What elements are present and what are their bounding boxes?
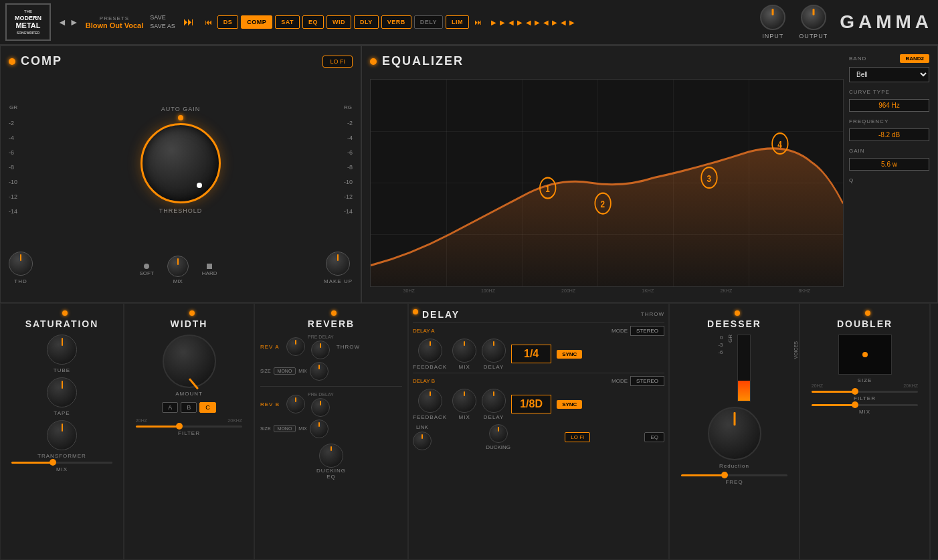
doubler-mix-slider[interactable] xyxy=(812,404,918,406)
sync-b-btn[interactable]: SYNC xyxy=(557,400,582,409)
reverb-dot[interactable] xyxy=(331,310,337,316)
delay-title: DELAY xyxy=(422,309,460,320)
comp-lofi-btn[interactable]: LO FI xyxy=(322,56,353,68)
amount-knob[interactable] xyxy=(163,335,216,388)
ducking-knob[interactable] xyxy=(319,444,343,468)
output-knob[interactable]: OUTPUT xyxy=(799,5,828,39)
delay-lofi-btn[interactable]: LO FI xyxy=(565,432,590,442)
mono-btn-a[interactable]: MONO xyxy=(274,367,296,375)
hard-indicator[interactable] xyxy=(207,264,212,269)
fx-wid[interactable]: WID xyxy=(326,15,351,29)
delay-dot[interactable] xyxy=(413,309,418,314)
doubler-dot[interactable] xyxy=(865,310,870,316)
eq-status-dot[interactable] xyxy=(370,58,377,65)
fx-lim[interactable]: LIM xyxy=(446,15,469,29)
pre-delay-a-knob[interactable] xyxy=(311,341,330,359)
mix-knob[interactable] xyxy=(167,256,189,277)
next-arrow[interactable]: ► xyxy=(70,17,79,27)
delay-bottom: LINK DUCKING LO FI EQ xyxy=(413,424,664,450)
comp-title: COMP xyxy=(21,54,62,68)
thd-knob[interactable] xyxy=(9,252,33,276)
rg-scale: -2 -4 -6 -8 -10 -12 -14 xyxy=(344,113,353,215)
input-knob-dial[interactable] xyxy=(760,5,785,30)
delay-eq-btn[interactable]: EQ xyxy=(644,432,664,442)
delay-b-label: DELAY B xyxy=(413,378,435,384)
filter-range-labels: 20HZ 20KHZ xyxy=(136,418,242,423)
sync-a-btn[interactable]: SYNC xyxy=(557,350,582,359)
deesser-dot[interactable] xyxy=(735,310,740,316)
fx-prev[interactable]: ⏮ xyxy=(202,18,215,26)
sat-knobs: TUBE TAPE TRANSFORMER xyxy=(6,335,118,459)
width-module: WIDTH AMOUNT A B C 20HZ 20KHZ FILTER xyxy=(124,303,254,561)
sat-mix-label: MIX xyxy=(56,466,68,472)
makeup-knob[interactable] xyxy=(326,252,350,276)
mix-a-knob[interactable] xyxy=(310,362,329,381)
fx-next[interactable]: ⏭ xyxy=(472,18,484,26)
deesser-vu-area: 0 -3 -6 GR xyxy=(718,335,750,401)
preset-c[interactable]: C xyxy=(199,402,216,413)
delay-a-time-box[interactable]: 1/4 xyxy=(511,345,551,363)
deesser-freq-slider[interactable] xyxy=(681,474,787,476)
mix-a-delay-knob[interactable] xyxy=(452,339,476,363)
prev-arrow[interactable]: ◄ xyxy=(58,17,67,27)
frequency-value[interactable]: 964 Hz xyxy=(849,99,929,112)
save-as-button[interactable]: SAVE AS xyxy=(150,22,175,31)
rev-b-row: REV B PRE DELAY xyxy=(260,392,402,417)
deesser-reduction-knob[interactable] xyxy=(708,407,761,460)
ducking-delay-knob[interactable] xyxy=(489,424,508,443)
skip-forward[interactable]: ⏭ xyxy=(179,16,198,28)
mix-b-delay-group: MIX xyxy=(452,389,476,420)
fx-sat[interactable]: SAT xyxy=(275,15,300,29)
save-section: SAVE SAVE AS xyxy=(150,13,175,30)
curve-type-select[interactable]: Bell High Shelf Low Shelf High Pass Low … xyxy=(849,67,929,82)
band2-button[interactable]: BAND2 xyxy=(900,54,929,63)
rev-b-knob[interactable] xyxy=(286,395,305,413)
fx-verb[interactable]: VERB xyxy=(381,15,411,29)
doubler-display[interactable] xyxy=(838,335,892,375)
pre-delay-b-knob[interactable] xyxy=(311,398,330,417)
input-knob[interactable]: INPUT xyxy=(760,5,785,39)
eq-graph[interactable]: 1 2 3 4 xyxy=(370,79,844,287)
output-knob-dial[interactable] xyxy=(801,5,826,30)
mix-b-delay-knob[interactable] xyxy=(452,389,476,413)
q-value[interactable]: 5.6 w xyxy=(849,158,929,171)
threshold-knob[interactable] xyxy=(140,123,221,203)
bottom-row: SATURATION TUBE TAPE TRANSFORMER MIX xyxy=(0,303,938,561)
comp-status-dot[interactable] xyxy=(9,58,15,65)
fx-comp[interactable]: COMP xyxy=(241,15,272,29)
rev-a-knob[interactable] xyxy=(286,337,305,356)
soft-indicator[interactable] xyxy=(144,264,149,269)
fx-dly[interactable]: DLY xyxy=(354,15,379,29)
sat-mix-slider[interactable] xyxy=(11,462,112,464)
mono-btn-b[interactable]: MONO xyxy=(274,425,296,432)
preset-b[interactable]: B xyxy=(181,402,197,413)
sat-dot[interactable] xyxy=(62,310,68,316)
presets-name[interactable]: Blown Out Vocal xyxy=(86,21,144,29)
svg-text:3: 3 xyxy=(707,173,711,184)
gain-value[interactable]: -8.2 dB xyxy=(849,128,929,141)
fx-dely[interactable]: DELY xyxy=(414,15,443,29)
tube-knob[interactable] xyxy=(47,335,77,365)
link-knob[interactable] xyxy=(413,432,432,450)
save-button[interactable]: SAVE xyxy=(150,13,175,22)
fx-eq[interactable]: EQ xyxy=(302,15,324,29)
width-dot[interactable] xyxy=(189,310,195,316)
delay-a-section: DELAY A MODE STEREO FEEDBACK MIX xyxy=(413,322,664,370)
delay-b-time-knob[interactable] xyxy=(482,389,506,413)
feedback-a-knob[interactable] xyxy=(418,339,442,363)
fx-ds[interactable]: DS xyxy=(217,15,239,29)
mix-b-knob[interactable] xyxy=(310,419,329,438)
auto-gain-dot[interactable] xyxy=(178,115,183,120)
feedback-b-knob[interactable] xyxy=(418,389,442,413)
delay-a-time-label: DELAY xyxy=(484,364,504,370)
doubler-filter-label: FILTER xyxy=(854,395,876,401)
link-label: LINK xyxy=(416,424,428,430)
width-filter-slider[interactable] xyxy=(136,426,242,428)
tape-knob[interactable] xyxy=(47,377,77,407)
delay-a-time-knob[interactable] xyxy=(482,339,506,363)
delay-b-time-box[interactable]: 1/8D xyxy=(511,395,551,413)
preset-a[interactable]: A xyxy=(162,402,178,413)
transformer-knob[interactable] xyxy=(47,420,77,450)
nav-arrows[interactable]: ◄ ► xyxy=(55,17,82,27)
doubler-filter-slider[interactable] xyxy=(812,391,918,393)
